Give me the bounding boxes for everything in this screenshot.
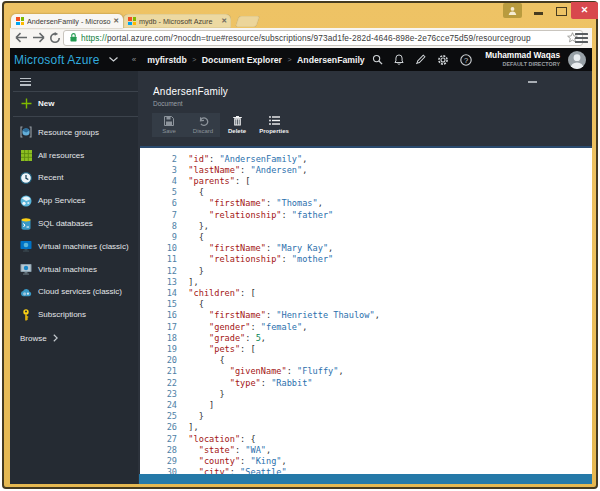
breadcrumb-myfirstdb[interactable]: myfirstdb xyxy=(147,55,187,65)
properties-button[interactable]: Properties xyxy=(254,113,294,137)
search-icon[interactable] xyxy=(372,54,383,65)
editor-line: 12 } xyxy=(140,266,592,277)
sidebar-items: Resource groups All resources xyxy=(10,121,138,326)
line-code: "parents": [ xyxy=(178,176,250,187)
line-number: 25 xyxy=(140,411,177,422)
sidebar-item-virtual-machines-classic[interactable]: Virtual machines (classic) xyxy=(10,235,138,258)
line-number: 23 xyxy=(140,389,177,400)
close-button[interactable]: ✕ xyxy=(571,2,598,19)
editor-line: 23 } xyxy=(140,389,592,400)
sidebar-item-app-services[interactable]: App Services xyxy=(10,189,138,212)
maximize-button[interactable] xyxy=(556,7,567,16)
breadcrumb-andersenfamily[interactable]: AndersenFamily xyxy=(297,55,365,65)
editor-line: 13 ], xyxy=(140,277,592,288)
tab-mydb[interactable]: mydb - Microsoft Azure ✕ xyxy=(123,14,231,28)
editor-line: 16 "firstName": "Henriette Thaulow", xyxy=(140,310,592,321)
line-code: } xyxy=(178,411,204,422)
editor-line: 10 "firstName": "Mary Kay", xyxy=(140,243,592,254)
address-bar[interactable]: https://portal.azure.com/?nocdn=true#res… xyxy=(63,30,583,46)
sidebar-item-all-resources[interactable]: All resources xyxy=(10,144,138,167)
line-code: "grade": 5, xyxy=(178,333,266,344)
hamburger-menu-icon[interactable] xyxy=(20,78,31,86)
sidebar-item-new[interactable]: New xyxy=(10,92,138,116)
azure-body: New Resource groups xyxy=(10,71,592,484)
tab-close-icon[interactable]: ✕ xyxy=(221,17,227,25)
back-button[interactable] xyxy=(13,30,29,46)
sidebar-item-label: Cloud services (classic) xyxy=(38,287,122,296)
minimize-button[interactable] xyxy=(534,12,543,15)
sidebar-item-label: All resources xyxy=(38,151,84,160)
line-code: "givenName": "Fluffy", xyxy=(178,366,344,377)
line-code: "relationship": "father" xyxy=(178,210,333,221)
discard-button[interactable]: Discard xyxy=(186,113,220,137)
cloud-services-icon xyxy=(20,286,32,298)
save-button[interactable]: Save xyxy=(152,113,186,137)
sidebar-item-recent[interactable]: Recent xyxy=(10,167,138,190)
pencil-icon[interactable] xyxy=(415,54,426,65)
recent-clock-icon xyxy=(20,172,32,184)
blade-minimize-icon[interactable] xyxy=(528,81,537,83)
editor-line: 3 "lastName": "Andersen", xyxy=(140,165,592,176)
editor-line: 17 "gender": "female", xyxy=(140,322,592,333)
editor-line: 9 { xyxy=(140,232,592,243)
breadcrumb: myfirstdb > Document Explorer > Andersen… xyxy=(147,55,365,65)
account-info[interactable]: Muhammad Waqas DEFAULT DIRECTORY xyxy=(485,48,560,71)
line-number: 24 xyxy=(140,400,177,411)
azure-brand[interactable]: Microsoft Azure xyxy=(14,53,100,67)
sidebar-item-cloud-services-classic[interactable]: Cloud services (classic) xyxy=(10,281,138,304)
line-code: "lastName": "Andersen", xyxy=(178,165,307,176)
line-code: "pets": [ xyxy=(178,344,256,355)
app-services-icon xyxy=(20,195,32,207)
sidebar-item-browse[interactable]: Browse xyxy=(20,331,58,345)
avatar[interactable] xyxy=(568,51,586,69)
line-code: "location": { xyxy=(178,434,256,445)
blade-title: AndersenFamily xyxy=(153,86,228,97)
line-number: 5 xyxy=(140,187,177,198)
plus-icon xyxy=(20,98,32,110)
page-bottom-strip xyxy=(139,484,592,485)
breadcrumb-separator: > xyxy=(287,56,291,63)
editor-line: 20 { xyxy=(140,355,592,366)
line-number: 8 xyxy=(140,221,177,232)
help-icon[interactable]: ? xyxy=(460,54,472,66)
breadcrumb-document-explorer[interactable]: Document Explorer xyxy=(202,55,282,65)
json-editor[interactable]: 2 "id": "AndersenFamily",3 "lastName": "… xyxy=(140,146,592,474)
profile-button[interactable] xyxy=(503,3,522,18)
sidebar-item-resource-groups[interactable]: Resource groups xyxy=(10,121,138,144)
sidebar-item-label: Subscriptions xyxy=(38,310,86,319)
line-number: 21 xyxy=(140,366,177,377)
sidebar-item-subscriptions[interactable]: Subscriptions xyxy=(10,303,138,326)
new-tab-button[interactable] xyxy=(235,16,260,27)
url-text: https://portal.azure.com/?nocdn=true#res… xyxy=(81,33,563,43)
tab-close-icon[interactable]: ✕ xyxy=(113,17,119,25)
user-name: Muhammad Waqas xyxy=(485,51,560,61)
gear-icon[interactable] xyxy=(437,54,449,66)
sidebar-item-sql-databases[interactable]: SQL databases xyxy=(10,212,138,235)
tab-andersenfamily[interactable]: AndersenFamily - Microso ✕ xyxy=(11,14,123,28)
sidebar-item-label: Browse xyxy=(20,334,47,343)
line-number: 3 xyxy=(140,165,177,176)
line-code: { xyxy=(178,299,204,310)
forward-button[interactable] xyxy=(30,30,46,46)
delete-button[interactable]: Delete xyxy=(220,113,254,137)
bell-icon[interactable] xyxy=(394,54,404,65)
blade: AndersenFamily Document xyxy=(138,71,592,484)
editor-line: 2 "id": "AndersenFamily", xyxy=(140,154,592,165)
resource-groups-icon xyxy=(20,126,32,138)
breadcrumb-collapse[interactable]: « xyxy=(132,55,136,64)
chevron-down-icon[interactable] xyxy=(109,57,118,62)
line-code: "relationship": "mother" xyxy=(178,254,333,265)
sidebar-item-label: Virtual machines (classic) xyxy=(38,242,129,251)
line-number: 12 xyxy=(140,266,177,277)
command-label: Save xyxy=(162,128,176,134)
blade-subtitle: Document xyxy=(153,100,183,107)
sidebar-item-virtual-machines[interactable]: Virtual machines xyxy=(10,258,138,281)
browser-menu-icon[interactable] xyxy=(575,32,588,44)
browser-toolbar: https://portal.azure.com/?nocdn=true#res… xyxy=(10,28,592,49)
line-code: "county": "King", xyxy=(178,456,287,467)
reload-button[interactable] xyxy=(47,30,63,46)
sql-databases-icon xyxy=(20,218,32,230)
editor-line: 18 "grade": 5, xyxy=(140,333,592,344)
line-number: 4 xyxy=(140,176,177,187)
command-label: Discard xyxy=(193,128,213,134)
